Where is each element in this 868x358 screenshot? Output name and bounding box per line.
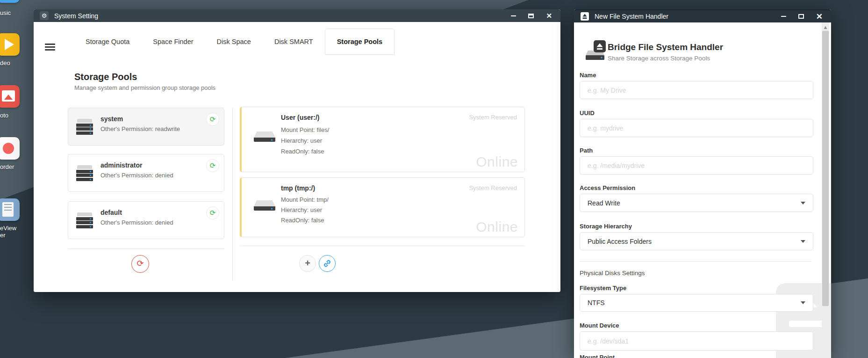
- window-title: New File System Handler: [595, 13, 668, 20]
- access-permission-select[interactable]: Read Write: [580, 194, 813, 212]
- window-title: System Setting: [54, 12, 98, 20]
- dock-label: order: [0, 163, 14, 170]
- refresh-pool-icon[interactable]: ⟳: [206, 159, 219, 172]
- server-icon: [76, 212, 93, 228]
- online-status: Online: [476, 154, 518, 170]
- chevron-down-icon: [801, 202, 805, 205]
- dock-item-photo[interactable]: oto: [0, 85, 28, 108]
- pool-permission: Other's Permission: denied: [100, 172, 173, 179]
- mount-hierarchy: Hierarchy: user: [281, 206, 322, 213]
- photo-icon[interactable]: [0, 85, 20, 108]
- uuid-label: UUID: [580, 110, 595, 117]
- dock-item-music[interactable]: usic: [0, 0, 28, 3]
- server-icon: [76, 119, 93, 135]
- photo-glyph: [2, 90, 15, 102]
- filesystem-type-label: Filesystem Type: [580, 285, 626, 292]
- minimize-button[interactable]: [511, 15, 516, 16]
- storage-hierarchy-value: Public Access Folders: [588, 238, 652, 245]
- handler-titlebar[interactable]: New File System Handler ✕: [574, 9, 831, 22]
- file-system-handler-window: New File System Handler ✕ Bridge File Sy…: [574, 9, 831, 358]
- pool-name: administrator: [100, 161, 142, 169]
- name-label: Name: [580, 72, 596, 79]
- pool-card-default[interactable]: default Other's Permission: denied ⟳: [68, 201, 224, 239]
- menu-icon[interactable]: [45, 44, 55, 51]
- eject-disk-icon: [581, 12, 589, 21]
- mount-card-tmp[interactable]: tmp (tmp:/) Mount Point: tmp/ Hierarchy:…: [240, 177, 525, 237]
- mount-title: tmp (tmp:/): [281, 184, 315, 192]
- tab-bar: Storage Quota Space Finder Disk Space Di…: [74, 29, 395, 55]
- storage-hierarchy-select[interactable]: Public Access Folders: [580, 232, 813, 250]
- mount-device-label: Mount Device: [580, 322, 619, 329]
- pool-permission: Other's Permission: readwrite: [100, 125, 180, 132]
- page-subtitle: Manage system and permission group stora…: [74, 84, 215, 91]
- refresh-pools-button[interactable]: ⟳: [131, 255, 149, 273]
- divider: [240, 246, 525, 246]
- scrollbar-thumb[interactable]: [822, 31, 829, 306]
- disk-icon: [254, 200, 275, 211]
- pool-name: default: [100, 209, 122, 216]
- divider: [68, 248, 224, 249]
- disk-icon: [254, 132, 275, 142]
- video-icon[interactable]: [0, 33, 20, 56]
- filesystem-type-select[interactable]: NTFS: [580, 294, 813, 312]
- system-setting-titlebar[interactable]: ⚙ System Setting ✕: [34, 9, 560, 22]
- dock-label: oto: [0, 112, 8, 119]
- mount-point: Mount Point: tmp/: [281, 196, 329, 203]
- document-glyph: [2, 202, 14, 217]
- refresh-pool-icon[interactable]: ⟳: [206, 113, 219, 126]
- path-label: Path: [580, 147, 593, 154]
- dock-item-recorder[interactable]: order: [0, 137, 28, 160]
- minimize-button[interactable]: [781, 16, 786, 17]
- system-reserved-badge: System Reserved: [469, 184, 517, 191]
- dock-label: eView: [0, 225, 16, 232]
- maximize-button[interactable]: [528, 14, 534, 18]
- maximize-button[interactable]: [798, 14, 804, 19]
- scroll-up-icon[interactable]: ▲: [823, 24, 828, 30]
- dock-item-video[interactable]: deo: [0, 33, 28, 56]
- tab-space-finder[interactable]: Space Finder: [141, 29, 205, 55]
- mount-readonly: ReadOnly: false: [281, 148, 324, 155]
- handler-body: Bridge File System Handler Share Storage…: [574, 22, 831, 358]
- music-icon[interactable]: [0, 0, 20, 3]
- mount-card-user[interactable]: User (user:/) Mount Point: files/ Hierar…: [240, 107, 525, 172]
- pool-card-administrator[interactable]: administrator Other's Permission: denied…: [68, 154, 224, 192]
- mount-device-input[interactable]: [580, 331, 813, 351]
- bridge-handler-icon: [584, 40, 606, 62]
- refresh-pool-icon[interactable]: ⟳: [206, 206, 219, 219]
- dock-label: deo: [0, 59, 10, 66]
- chevron-down-icon: [801, 301, 805, 304]
- pool-card-system[interactable]: system Other's Permission: readwrite ⟳: [68, 108, 224, 146]
- access-permission-label: Access Permission: [580, 184, 635, 191]
- uuid-input[interactable]: [580, 119, 813, 137]
- page-title: Storage Pools: [74, 72, 137, 82]
- close-button[interactable]: ✕: [546, 12, 552, 19]
- filesystem-type-value: NTFS: [588, 299, 605, 307]
- mount-point-label: Mount Point: [580, 354, 615, 358]
- add-mount-button[interactable]: +: [299, 255, 316, 272]
- fileviewer-icon[interactable]: [0, 198, 20, 221]
- access-permission-value: Read Write: [588, 199, 620, 207]
- system-setting-body: Storage Quota Space Finder Disk Space Di…: [34, 22, 560, 292]
- dock-label: er: [0, 232, 6, 239]
- system-reserved-badge: System Reserved: [469, 114, 517, 121]
- link-icon: [323, 259, 332, 268]
- mount-hierarchy: Hierarchy: user: [281, 137, 322, 144]
- recorder-icon[interactable]: [0, 137, 20, 160]
- link-mount-button[interactable]: [319, 255, 336, 272]
- tab-disk-space[interactable]: Disk Space: [205, 29, 263, 55]
- tab-storage-pools[interactable]: Storage Pools: [325, 29, 395, 55]
- close-button[interactable]: ✕: [816, 13, 823, 21]
- tab-disk-smart[interactable]: Disk SMART: [263, 29, 325, 55]
- name-input[interactable]: [580, 81, 813, 99]
- path-input[interactable]: [580, 156, 813, 175]
- scrollbar[interactable]: ▲: [822, 22, 829, 358]
- tab-storage-quota[interactable]: Storage Quota: [74, 29, 141, 55]
- pool-permission: Other's Permission: denied: [100, 219, 173, 226]
- divider: [580, 261, 811, 262]
- mount-title: User (user:/): [281, 114, 319, 121]
- dock-item-fileviewer[interactable]: eView er: [0, 198, 28, 221]
- physical-disks-section-title: Physical Disks Settings: [580, 270, 645, 277]
- mount-point: Mount Point: files/: [281, 126, 329, 133]
- handler-subtitle: Share Storage across Storage Pools: [608, 55, 710, 62]
- gear-icon: ⚙: [40, 11, 49, 20]
